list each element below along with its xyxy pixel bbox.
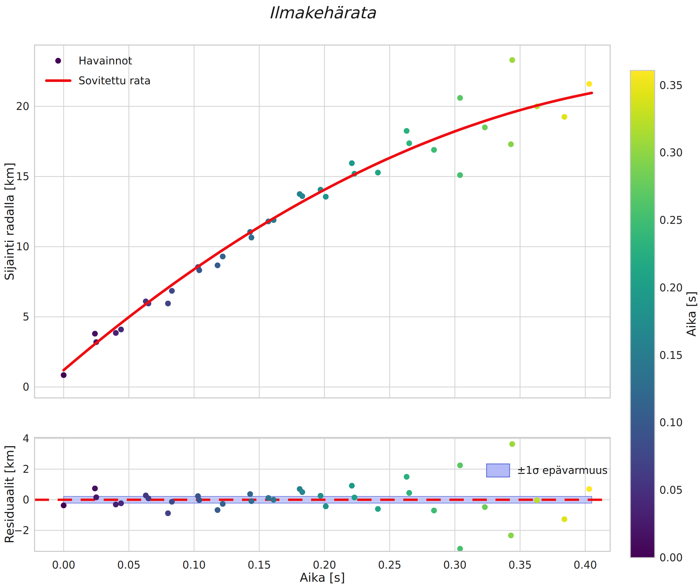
residual-point <box>118 500 124 506</box>
y-tick-label: 20 <box>16 100 29 112</box>
residual-point <box>318 493 323 499</box>
data-point <box>323 194 329 199</box>
data-point <box>509 57 515 63</box>
data-point <box>404 128 410 134</box>
data-point <box>586 81 592 87</box>
residual-legend: ±1σ epävarmuus <box>487 464 608 477</box>
legend-label-band: ±1σ epävarmuus <box>517 464 608 476</box>
y-tick-label: 2 <box>23 463 29 475</box>
colorbar-tick-label: 0.25 <box>659 214 683 226</box>
x-tick-label: 0.40 <box>574 559 597 571</box>
figure-title: Ilmakehärata <box>269 3 377 22</box>
residual-y-axis-label: Residuaalit [km] <box>2 445 16 543</box>
y-tick-label: 0 <box>23 381 29 393</box>
figure: 05101520−20240.000.050.100.150.200.250.3… <box>0 0 700 588</box>
x-tick-label: 0.05 <box>117 559 140 571</box>
x-axis-label: Aika [s] <box>300 570 345 585</box>
colorbar-label: Aika [s] <box>684 291 698 337</box>
residual-point <box>404 474 410 480</box>
residual-point <box>323 503 329 509</box>
residual-point <box>431 508 437 513</box>
data-point <box>165 301 171 306</box>
residual-point <box>352 495 357 500</box>
residual-point <box>562 516 567 522</box>
residual-point <box>534 497 540 503</box>
residual-point <box>146 496 151 501</box>
data-point <box>118 326 124 332</box>
x-tick-label: 0.30 <box>443 559 467 571</box>
chart-render-root: 05101520−20240.000.050.100.150.200.250.3… <box>14 45 683 571</box>
data-point <box>349 160 355 166</box>
residual-point <box>61 503 66 508</box>
x-tick-label: 0.00 <box>52 559 75 571</box>
data-point <box>457 95 463 101</box>
data-point <box>248 235 254 240</box>
residual-point <box>113 502 119 507</box>
legend-band-patch <box>487 464 510 477</box>
x-tick-label: 0.35 <box>508 559 532 571</box>
data-point <box>562 114 567 120</box>
residual-point <box>271 497 276 503</box>
data-point <box>482 125 488 130</box>
colorbar-tick-label: 0.35 <box>659 79 683 91</box>
x-tick-label: 0.15 <box>247 559 271 571</box>
residual-point <box>165 510 171 516</box>
y-tick-label: 0 <box>23 494 29 506</box>
colorbar-tick-label: 0.00 <box>659 552 683 564</box>
panel-residuals: −20240.000.050.100.150.200.250.300.350.4… <box>14 432 610 571</box>
residual-point <box>509 441 515 447</box>
residual-point <box>349 483 355 489</box>
residual-point <box>457 546 463 552</box>
residual-point <box>586 486 592 492</box>
residual-point <box>407 490 412 496</box>
residual-point <box>220 501 226 507</box>
data-point <box>92 331 98 337</box>
data-point <box>407 140 412 146</box>
main-y-axis-label: Sijainti radalla [km] <box>2 163 16 281</box>
chart-canvas: 05101520−20240.000.050.100.150.200.250.3… <box>0 0 700 588</box>
y-tick-label: 5 <box>23 311 29 323</box>
colorbar-tick-label: 0.15 <box>659 349 683 361</box>
residual-point <box>375 506 381 512</box>
residual-point <box>215 507 220 513</box>
data-point <box>169 288 175 294</box>
y-tick-label: 4 <box>23 432 29 445</box>
y-tick-label: 10 <box>16 241 29 253</box>
colorbar-tick-label: 0.05 <box>659 484 683 496</box>
residual-point <box>482 504 488 510</box>
data-point <box>299 193 305 199</box>
data-point <box>220 254 226 259</box>
colorbar-gradient <box>630 70 655 558</box>
residual-point <box>92 486 98 491</box>
colorbar-tick-label: 0.10 <box>659 417 683 429</box>
legend-label-havainnot: Havainnot <box>79 55 132 67</box>
residual-point <box>508 532 514 538</box>
residual-point <box>248 498 254 504</box>
residual-point <box>457 462 463 468</box>
residual-point <box>265 495 271 501</box>
data-point <box>215 262 220 268</box>
x-tick-label: 0.10 <box>182 559 205 571</box>
legend-label-sovitettu-rata: Sovitettu rata <box>79 75 151 87</box>
legend-point-marker <box>55 58 61 64</box>
residual-point <box>247 491 253 497</box>
residual-point <box>169 499 175 505</box>
data-point <box>431 147 437 153</box>
x-tick-label: 0.25 <box>378 559 401 571</box>
data-point <box>457 172 463 178</box>
residual-point <box>93 495 99 500</box>
uncertainty-band <box>64 496 592 503</box>
residual-point <box>299 489 305 495</box>
colorbar-tick-label: 0.20 <box>659 282 683 294</box>
data-point <box>508 141 514 147</box>
x-tick-label: 0.20 <box>313 559 336 571</box>
colorbar: 0.000.050.100.150.200.250.300.35 <box>630 70 683 564</box>
residual-point <box>196 497 202 503</box>
data-point <box>61 372 66 378</box>
colorbar-tick-label: 0.30 <box>659 147 683 159</box>
panel-main: 05101520 <box>16 45 610 398</box>
y-tick-label: 15 <box>16 170 29 182</box>
data-point <box>375 170 381 175</box>
plot-area <box>35 45 610 398</box>
data-point <box>113 330 119 336</box>
